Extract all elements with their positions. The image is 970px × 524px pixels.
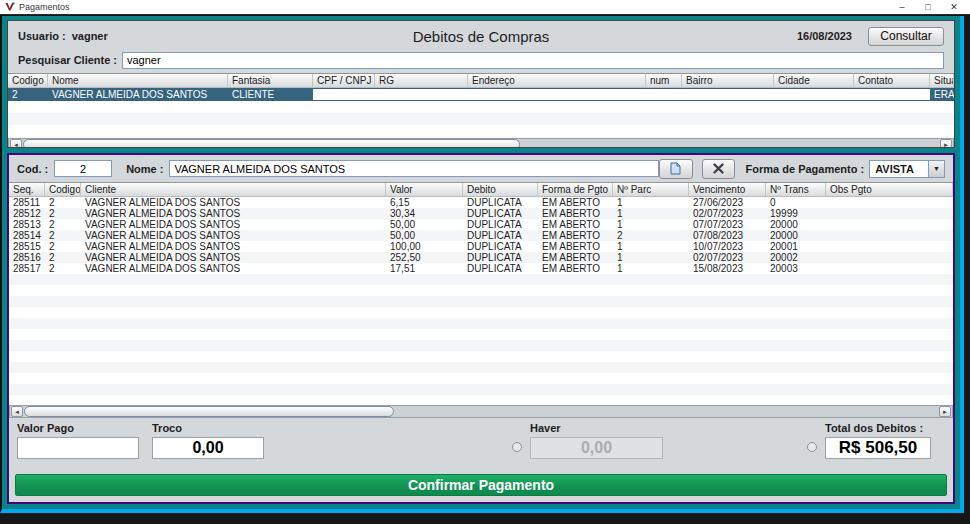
payment-row: Valor Pago Troco Haver Total dos Debitos… [9,418,953,472]
troco-field[interactable] [152,437,264,459]
cell-contato [854,88,930,101]
chevron-down-icon[interactable]: ▼ [928,161,944,177]
consultar-button[interactable]: Consultar [868,27,944,46]
clients-scroll-thumb[interactable] [23,139,520,148]
col-debito[interactable]: Debito [463,183,538,197]
total-wrap: Total dos Debitos : [807,422,931,459]
col-codigo[interactable]: Codigo [45,183,81,197]
cell-cpf-cnpj [313,88,375,101]
cell-nome: VAGNER ALMEIDA DOS SANTOS [48,88,228,101]
col-bairro[interactable]: Bairro [682,74,774,88]
payment-method-value: AVISTA [870,161,928,177]
total-debitos-label: Total dos Debitos : [825,422,931,437]
haver-label: Haver [530,422,663,437]
col-cidade[interactable]: Cidade [774,74,854,88]
table-row[interactable]: 28511 2 VAGNER ALMEIDA DOS SANTOS 6,15 D… [9,197,953,208]
user-value: vagner [72,30,108,42]
col-n-trans[interactable]: Nº Trans [766,183,826,197]
col-nome[interactable]: Nome [48,74,228,88]
total-debitos-field [825,437,931,459]
scroll-right-icon[interactable]: ► [939,406,951,417]
nome-label: Nome : [126,163,163,175]
troco-label: Troco [152,422,264,437]
table-row[interactable]: 28514 2 VAGNER ALMEIDA DOS SANTOS 50,00 … [9,230,953,241]
haver-field [530,437,663,459]
cell-bairro [682,88,774,101]
valor-pago-group: Valor Pago [17,422,139,459]
col-situacao[interactable]: Situação [930,74,954,88]
col-cliente[interactable]: Cliente [81,183,386,197]
close-icon[interactable]: ✕ [943,2,965,12]
haver-group: Haver [530,422,663,459]
cell-cidade [774,88,854,101]
cell-rg [375,88,468,101]
troco-group: Troco [152,422,264,459]
debits-hscrollbar[interactable]: ◄ ► [9,405,953,418]
col-vencimento[interactable]: Vencimento [689,183,766,197]
minimize-icon[interactable]: – [891,2,913,12]
confirmar-pagamento-button[interactable]: Confirmar Pagamento [15,474,947,496]
table-row[interactable]: 28516 2 VAGNER ALMEIDA DOS SANTOS 252,50… [9,252,953,263]
cell-endereco [468,88,646,101]
window-title: Pagamentos [19,2,70,12]
client-search-panel: Usuario : vagner Debitos de Compras 16/0… [7,20,955,148]
app-window: Usuario : vagner Debitos de Compras 16/0… [0,16,964,513]
col-cpf-cnpj[interactable]: CPF / CNPJ [313,74,375,88]
nome-field[interactable] [169,160,659,177]
app-icon [5,2,15,12]
header-row: Usuario : vagner Debitos de Compras 16/0… [8,24,954,48]
col-obs-pgto[interactable]: Obs Pgto [826,183,953,197]
clients-table-body [8,101,954,138]
total-group: Total dos Debitos : [825,422,931,459]
col-fantasia[interactable]: Fantasia [228,74,313,88]
cancel-icon [713,163,724,174]
clear-button[interactable] [702,159,735,179]
debits-panel: Cod. : Nome : Forma de Pagamento : AVIST… [7,153,955,504]
client-row-selected[interactable]: 2 VAGNER ALMEIDA DOS SANTOS CLIENTE ERAD [8,88,954,101]
window-titlebar: Pagamentos – □ ✕ [0,0,970,15]
cell-codigo: 2 [8,88,48,101]
search-label: Pesquisar Cliente : [18,54,122,66]
col-seq[interactable]: Seq. [9,183,45,197]
haver-radio[interactable] [512,442,522,452]
debits-table: Seq. Codigo Cliente Valor Debito Forma d… [9,182,953,418]
clients-table-header: Codigo Nome Fantasia CPF / CNPJ RG Ender… [8,74,954,88]
col-valor[interactable]: Valor [386,183,463,197]
debits-table-body: 28511 2 VAGNER ALMEIDA DOS SANTOS 6,15 D… [9,197,953,405]
cod-field[interactable] [54,160,112,177]
table-row[interactable]: 28515 2 VAGNER ALMEIDA DOS SANTOS 100,00… [9,241,953,252]
search-input[interactable] [122,52,944,69]
col-n-parc[interactable]: Nº Parc [613,183,689,197]
clients-hscrollbar[interactable]: ◄ ► [8,138,954,148]
debits-scroll-thumb[interactable] [24,406,394,417]
user-label: Usuario : [18,30,66,42]
client-form-row: Cod. : Nome : Forma de Pagamento : AVIST… [9,155,953,182]
table-row[interactable]: 28517 2 VAGNER ALMEIDA DOS SANTOS 17,51 … [9,263,953,274]
current-date: 16/08/2023 [797,30,852,42]
payment-method-select[interactable]: AVISTA ▼ [869,160,945,178]
cell-fantasia: CLIENTE [228,88,313,101]
payment-method-label: Forma de Pagamento : [746,163,865,175]
total-radio[interactable] [807,442,817,452]
search-row: Pesquisar Cliente : [8,50,954,70]
clients-table: Codigo Nome Fantasia CPF / CNPJ RG Ender… [8,73,954,148]
document-button[interactable] [659,159,692,179]
table-row[interactable]: 28512 2 VAGNER ALMEIDA DOS SANTOS 30,34 … [9,208,953,219]
col-endereco[interactable]: Endereço [468,74,646,88]
valor-pago-label: Valor Pago [17,422,139,437]
maximize-icon[interactable]: □ [917,2,939,12]
document-icon [670,162,681,175]
col-codigo[interactable]: Codigo [8,74,48,88]
col-num[interactable]: num [646,74,682,88]
scroll-left-icon[interactable]: ◄ [10,139,22,148]
debits-table-header: Seq. Codigo Cliente Valor Debito Forma d… [9,183,953,197]
scroll-right-icon[interactable]: ► [940,139,952,148]
table-row[interactable]: 28513 2 VAGNER ALMEIDA DOS SANTOS 50,00 … [9,219,953,230]
haver-wrap: Haver [512,422,663,459]
scroll-left-icon[interactable]: ◄ [11,406,23,417]
col-forma-pgto[interactable]: Forma de Pgto [538,183,613,197]
col-contato[interactable]: Contato [854,74,930,88]
col-rg[interactable]: RG [375,74,468,88]
cod-label: Cod. : [17,163,48,175]
valor-pago-field[interactable] [17,437,139,459]
